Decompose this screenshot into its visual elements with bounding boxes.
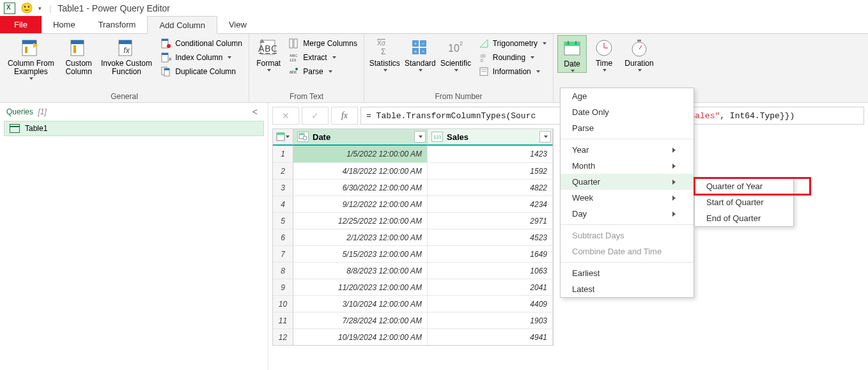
cell-sales[interactable]: 2971 — [428, 213, 553, 229]
table-row[interactable]: 512/25/2022 12:00:00 AM2971 — [273, 212, 553, 229]
row-number[interactable]: 12 — [273, 329, 293, 345]
cell-sales[interactable]: 1903 — [428, 312, 553, 328]
index-column-button[interactable]: # Index Column — [159, 52, 245, 63]
table-row[interactable]: 103/10/2024 12:00:00 AM4409 — [273, 295, 553, 312]
cell-date[interactable]: 3/10/2024 12:00:00 AM — [293, 296, 428, 312]
cell-sales[interactable]: 1063 — [428, 263, 553, 279]
cell-date[interactable]: 8/8/2023 12:00:00 AM — [293, 263, 428, 279]
row-number[interactable]: 2 — [273, 163, 293, 179]
statistics-button[interactable]: XσΣ Statistics — [368, 35, 401, 72]
menu-item-end-of-quarter[interactable]: End of Quarter — [695, 210, 810, 226]
menu-item-date-only[interactable]: Date Only — [561, 104, 694, 120]
datetime-type-icon[interactable] — [297, 132, 309, 142]
scientific-button[interactable]: 102 Scientific — [439, 35, 472, 72]
select-all-corner[interactable] — [273, 129, 293, 146]
menu-item-quarter[interactable]: Quarter — [561, 174, 694, 190]
menu-item-earliest[interactable]: Earliest — [561, 265, 694, 281]
column-header-date[interactable]: Date — [293, 129, 428, 146]
custom-column-button[interactable]: Custom Column — [61, 35, 97, 76]
cell-sales[interactable]: 4941 — [428, 329, 553, 345]
rounding-button[interactable]: .00.0 Rounding — [476, 52, 549, 63]
column-filter-button[interactable] — [414, 131, 426, 143]
menu-item-age[interactable]: Age — [561, 88, 694, 104]
commit-formula-button[interactable]: ✓ — [302, 107, 329, 125]
column-header-sales[interactable]: 123 Sales — [428, 129, 553, 146]
tab-file[interactable]: File — [0, 16, 42, 33]
date-button[interactable]: Date — [557, 35, 587, 73]
cancel-formula-button[interactable]: ✕ — [272, 107, 299, 125]
row-number[interactable]: 1 — [273, 146, 293, 162]
row-number[interactable]: 5 — [273, 213, 293, 229]
time-button[interactable]: Time — [589, 35, 619, 72]
cell-date[interactable]: 1/5/2022 12:00:00 AM — [293, 146, 428, 162]
cell-sales[interactable]: 2041 — [428, 279, 553, 295]
cell-date[interactable]: 9/12/2022 12:00:00 AM — [293, 196, 428, 212]
cell-sales[interactable]: 4523 — [428, 229, 553, 245]
fx-button[interactable]: fx — [331, 107, 358, 125]
duration-button[interactable]: Duration — [621, 35, 657, 72]
menu-item-quarter-of-year[interactable]: Quarter of Year — [695, 178, 810, 194]
account-smiley-icon[interactable]: 🙂 — [20, 2, 33, 14]
query-item-table1[interactable]: Table1 — [4, 121, 264, 136]
table-row[interactable]: 117/28/2024 12:00:00 AM1903 — [273, 312, 553, 328]
row-number[interactable]: 3 — [273, 180, 293, 196]
format-button[interactable]: A̲B̲C̲ Format — [253, 35, 284, 72]
tab-transform[interactable]: Transform — [87, 16, 148, 33]
row-number[interactable]: 4 — [273, 196, 293, 212]
column-from-examples-button[interactable]: Column From Examples — [4, 35, 58, 80]
cell-date[interactable]: 2/1/2023 12:00:00 AM — [293, 229, 428, 245]
cell-date[interactable]: 11/20/2023 12:00:00 AM — [293, 279, 428, 295]
row-number[interactable]: 7 — [273, 246, 293, 262]
table-row[interactable]: 62/1/2023 12:00:00 AM4523 — [273, 229, 553, 245]
table-row[interactable]: 75/15/2023 12:00:00 AM1649 — [273, 245, 553, 262]
menu-item-start-of-quarter[interactable]: Start of Quarter — [695, 194, 810, 210]
invoke-custom-function-button[interactable]: fx Invoke Custom Function — [100, 35, 154, 76]
qat-dropdown[interactable]: ▾ — [38, 5, 42, 12]
cell-date[interactable]: 12/25/2022 12:00:00 AM — [293, 213, 428, 229]
table-row[interactable]: 911/20/2023 12:00:00 AM2041 — [273, 279, 553, 295]
cell-date[interactable]: 6/30/2022 12:00:00 AM — [293, 180, 428, 196]
duplicate-column-button[interactable]: Duplicate Column — [159, 66, 245, 77]
menu-item-month[interactable]: Month — [561, 158, 694, 174]
cell-sales[interactable]: 4822 — [428, 180, 553, 196]
cell-date[interactable]: 10/19/2024 12:00:00 AM — [293, 329, 428, 345]
row-number[interactable]: 9 — [273, 279, 293, 295]
table-row[interactable]: 36/30/2022 12:00:00 AM4822 — [273, 179, 553, 196]
extract-button[interactable]: ABC123 Extract — [286, 52, 360, 63]
table-row[interactable]: 1210/19/2024 12:00:00 AM4941 — [273, 328, 553, 345]
menu-item-parse[interactable]: Parse — [561, 120, 694, 136]
table-row[interactable]: 24/18/2022 12:00:00 AM1592 — [273, 162, 553, 179]
menu-item-year[interactable]: Year — [561, 142, 694, 158]
tab-home[interactable]: Home — [42, 16, 87, 33]
cell-sales[interactable]: 1423 — [428, 146, 553, 162]
menu-item-week[interactable]: Week — [561, 190, 694, 206]
trigonometry-button[interactable]: Trigonometry — [476, 38, 549, 49]
menu-item-day[interactable]: Day — [561, 206, 694, 222]
row-number[interactable]: 10 — [273, 296, 293, 312]
cell-date[interactable]: 4/18/2022 12:00:00 AM — [293, 163, 428, 179]
int-type-icon[interactable]: 123 — [431, 132, 443, 142]
cell-sales[interactable]: 4409 — [428, 296, 553, 312]
menu-item-latest[interactable]: Latest — [561, 281, 694, 297]
cell-date[interactable]: 7/28/2024 12:00:00 AM — [293, 312, 428, 328]
svg-text:fx: fx — [123, 46, 130, 55]
table-row[interactable]: 88/8/2023 12:00:00 AM1063 — [273, 262, 553, 279]
collapse-queries-button[interactable]: < — [249, 107, 261, 117]
cell-sales[interactable]: 4234 — [428, 196, 553, 212]
table-row[interactable]: 49/12/2022 12:00:00 AM4234 — [273, 196, 553, 212]
row-number[interactable]: 8 — [273, 263, 293, 279]
standard-button[interactable]: +−×÷ Standard — [404, 35, 437, 72]
parse-button[interactable]: abc Parse — [286, 66, 360, 77]
row-number[interactable]: 11 — [273, 312, 293, 328]
cell-date[interactable]: 5/15/2023 12:00:00 AM — [293, 246, 428, 262]
cell-sales[interactable]: 1649 — [428, 246, 553, 262]
tab-view[interactable]: View — [217, 16, 258, 33]
conditional-column-button[interactable]: Conditional Column — [159, 38, 245, 49]
row-number[interactable]: 6 — [273, 229, 293, 245]
merge-columns-button[interactable]: Merge Columns — [286, 38, 360, 49]
table-row[interactable]: 11/5/2022 12:00:00 AM1423 — [273, 146, 553, 162]
tab-add-column[interactable]: Add Column — [147, 16, 217, 34]
information-button[interactable]: Information — [476, 66, 549, 77]
column-filter-button[interactable] — [539, 131, 551, 143]
cell-sales[interactable]: 1592 — [428, 163, 553, 179]
